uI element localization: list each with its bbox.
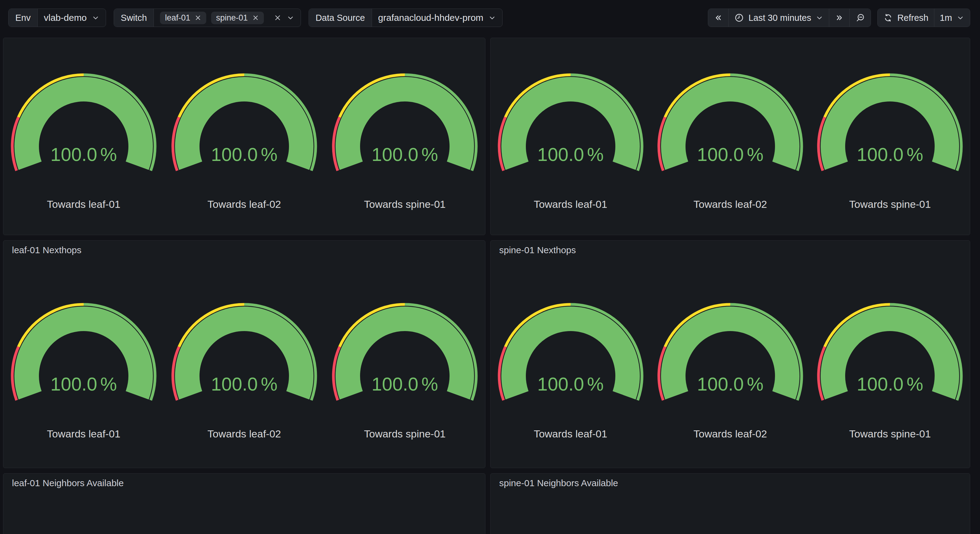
- switch-variable-control: Switch leaf-01spine-01: [114, 9, 301, 27]
- gauge-cell: 100.0%Towards spine-01: [810, 73, 970, 220]
- gauge-cell: 100.0%Towards leaf-01: [3, 303, 164, 450]
- gauge-unit: %: [747, 145, 764, 164]
- gauge: 100.0%Towards leaf-02: [165, 73, 324, 220]
- gauge-value: 100.0%: [165, 374, 324, 394]
- gauge-value: 100.0%: [4, 145, 163, 164]
- env-value: vlab-demo: [44, 13, 87, 23]
- dashboard-controls: Env vlab-demo Switch leaf-01spine-01 Dat…: [8, 9, 970, 27]
- gauge: 100.0%Towards leaf-02: [651, 73, 810, 220]
- switch-value-pill[interactable]: leaf-01: [160, 12, 206, 24]
- gauge-value: 100.0%: [325, 374, 485, 394]
- gauge: 100.0%Towards leaf-02: [165, 303, 324, 450]
- datasource-label: Data Source: [309, 9, 372, 27]
- gauge-title: Towards leaf-01: [491, 198, 650, 210]
- gauge-unit: %: [261, 374, 277, 394]
- gauge-title: Towards spine-01: [325, 198, 485, 210]
- gauge-title: Towards spine-01: [810, 428, 970, 440]
- gauge-cell: 100.0%Towards spine-01: [325, 303, 485, 450]
- refresh-button[interactable]: Refresh: [878, 9, 934, 27]
- panel-title[interactable]: spine-01 Nexthops: [499, 245, 576, 255]
- gauge-title: Towards spine-01: [810, 198, 970, 210]
- gauge-value: 100.0%: [325, 145, 485, 164]
- datasource-control: Data Source grafanacloud-hhdev-prom: [309, 9, 503, 27]
- switch-value-pill[interactable]: spine-01: [211, 12, 264, 24]
- refresh-interval-select[interactable]: 1m: [934, 9, 970, 27]
- gauge-value: 100.0%: [810, 145, 970, 164]
- gauge-row: 100.0%Towards leaf-01100.0%Towards leaf-…: [3, 303, 485, 450]
- gauge: 100.0%Towards spine-01: [810, 303, 970, 450]
- gauge: 100.0%Towards leaf-01: [4, 303, 163, 450]
- remove-tag-icon[interactable]: [252, 14, 259, 21]
- env-select[interactable]: vlab-demo: [38, 9, 106, 27]
- gauge-row: 100.0%Towards leaf-01100.0%Towards leaf-…: [491, 303, 970, 450]
- gauge-cell: 100.0%Towards leaf-01: [491, 303, 650, 450]
- gauge-value: 100.0%: [491, 145, 650, 164]
- gauge-title: Towards spine-01: [325, 428, 485, 440]
- time-controls: Last 30 minutes: [708, 9, 970, 27]
- time-zoom-out-button[interactable]: [850, 9, 870, 27]
- panel-uplinks-left: 100.0%Towards leaf-01100.0%Towards leaf-…: [3, 38, 485, 235]
- panel-title[interactable]: spine-01 Neighbors Available: [499, 478, 618, 488]
- time-shift-forward-button[interactable]: [829, 9, 850, 27]
- time-range-picker[interactable]: Last 30 minutes: [729, 9, 829, 27]
- gauge-title: Towards leaf-01: [4, 198, 163, 210]
- refresh-interval-value: 1m: [940, 13, 952, 23]
- switch-value-text: leaf-01: [165, 13, 190, 23]
- refresh-icon: [883, 13, 893, 23]
- gauge-cell: 100.0%Towards spine-01: [325, 73, 485, 220]
- gauge-value: 100.0%: [810, 374, 970, 394]
- gauge-cell: 100.0%Towards leaf-02: [164, 73, 325, 220]
- switch-label: Switch: [114, 9, 154, 27]
- gauge-title: Towards leaf-01: [491, 428, 650, 440]
- forward-icon: [835, 13, 844, 22]
- gauge-title: Towards leaf-01: [4, 428, 163, 440]
- gauge-title: Towards leaf-02: [165, 198, 324, 210]
- gauge-title: Towards leaf-02: [165, 428, 324, 440]
- switch-value-text: spine-01: [216, 13, 248, 23]
- env-label: Env: [9, 9, 38, 27]
- gauge: 100.0%Towards spine-01: [810, 73, 970, 220]
- gauge-cell: 100.0%Towards leaf-02: [650, 303, 810, 450]
- gauge-value: 100.0%: [4, 374, 163, 394]
- gauge: 100.0%Towards spine-01: [325, 73, 485, 220]
- chevron-down-icon[interactable]: [286, 14, 294, 22]
- gauge-unit: %: [422, 145, 438, 164]
- panel-title[interactable]: leaf-01 Nexthops: [12, 245, 81, 255]
- gauge-unit: %: [261, 145, 277, 164]
- panel-leaf-01-nexthops: leaf-01 Nexthops 100.0%Towards leaf-0110…: [3, 240, 485, 468]
- gauge-unit: %: [422, 374, 438, 394]
- gauge-unit: %: [907, 374, 923, 394]
- gauge-unit: %: [100, 145, 117, 164]
- switch-pill-list: leaf-01spine-01: [160, 12, 264, 24]
- chevron-down-icon: [815, 14, 823, 22]
- env-variable-control: Env vlab-demo: [8, 9, 106, 27]
- zoom-out-icon: [855, 13, 865, 23]
- gauge-row: 100.0%Towards leaf-01100.0%Towards leaf-…: [3, 73, 485, 220]
- gauge: 100.0%Towards leaf-02: [651, 303, 810, 450]
- switch-select[interactable]: leaf-01spine-01: [154, 9, 300, 27]
- remove-tag-icon[interactable]: [194, 14, 201, 21]
- gauge-title: Towards leaf-02: [651, 428, 810, 440]
- gauge-unit: %: [907, 145, 923, 164]
- rewind-icon: [714, 13, 723, 22]
- gauge-cell: 100.0%Towards spine-01: [810, 303, 970, 450]
- gauge-value: 100.0%: [651, 145, 810, 164]
- clear-selection-icon[interactable]: [274, 14, 282, 22]
- panel-spine-01-neighbors: spine-01 Neighbors Available: [490, 473, 970, 534]
- gauge-cell: 100.0%Towards leaf-02: [650, 73, 810, 220]
- gauge-value: 100.0%: [651, 374, 810, 394]
- gauge-cell: 100.0%Towards leaf-01: [3, 73, 164, 220]
- panel-leaf-01-neighbors: leaf-01 Neighbors Available: [3, 473, 485, 534]
- gauge: 100.0%Towards leaf-01: [491, 303, 650, 450]
- gauge-value: 100.0%: [491, 374, 650, 394]
- refresh-group: Refresh 1m: [877, 9, 970, 27]
- time-shift-back-button[interactable]: [708, 9, 729, 27]
- gauge-unit: %: [587, 145, 604, 164]
- datasource-select[interactable]: grafanacloud-hhdev-prom: [372, 9, 503, 27]
- gauge-cell: 100.0%Towards leaf-01: [491, 73, 650, 220]
- panel-spine-01-nexthops: spine-01 Nexthops 100.0%Towards leaf-011…: [490, 240, 970, 468]
- gauge: 100.0%Towards leaf-01: [4, 73, 163, 220]
- panel-title[interactable]: leaf-01 Neighbors Available: [12, 478, 124, 488]
- refresh-label: Refresh: [897, 13, 929, 23]
- panel-uplinks-right: 100.0%Towards leaf-01100.0%Towards leaf-…: [490, 38, 970, 235]
